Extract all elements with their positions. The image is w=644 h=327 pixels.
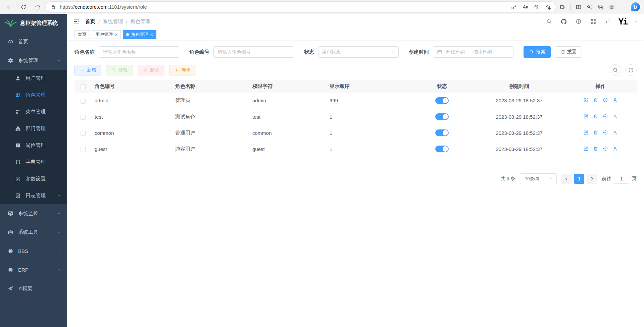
delete-icon[interactable]	[593, 114, 598, 119]
toolbox-icon	[7, 229, 13, 235]
assign-user-icon[interactable]	[612, 146, 618, 151]
search-icon[interactable]	[545, 17, 553, 26]
sidebar-item-user-mgmt[interactable]: 用户管理	[0, 70, 67, 87]
chevron-down-icon	[56, 249, 61, 253]
add-favorite-icon[interactable]	[545, 4, 551, 10]
delete-icon[interactable]	[593, 146, 598, 151]
edit-icon[interactable]	[583, 130, 589, 135]
check-circle-icon[interactable]	[603, 146, 608, 151]
status-select[interactable]: 角色状态	[318, 46, 399, 58]
row-checkbox[interactable]	[81, 99, 86, 104]
font-size-icon[interactable]	[604, 17, 612, 26]
app-logo[interactable]: 意框架管理系统	[0, 14, 67, 32]
delete-icon[interactable]	[593, 130, 598, 135]
total-count: 共 4 条	[500, 176, 515, 182]
check-circle-icon[interactable]	[603, 130, 608, 135]
split-screen-icon[interactable]	[576, 4, 582, 10]
zoom-out-icon[interactable]	[534, 4, 540, 10]
edit-icon[interactable]	[583, 114, 589, 119]
help-icon[interactable]	[574, 17, 583, 26]
prev-page-button[interactable]	[561, 174, 572, 184]
close-tab-icon[interactable]: ×	[150, 32, 153, 37]
user-avatar-logo[interactable]: Yi	[618, 17, 627, 26]
sidebar-item-yi-framework[interactable]: Yi框架	[0, 279, 67, 298]
sidebar-item-post-mgmt[interactable]: 岗位管理	[0, 137, 67, 154]
table-toolbar: 新增 修改 删除 导出	[75, 64, 637, 76]
select-all-checkbox[interactable]	[81, 84, 86, 89]
refresh-table-button[interactable]	[625, 64, 637, 76]
breadcrumb-item[interactable]: 首页	[85, 18, 95, 25]
sidebar-item-log-mgmt[interactable]: 日志管理	[0, 187, 67, 204]
address-bar[interactable]: https://ccnetcore.com:1101/system/role	[46, 2, 556, 12]
github-icon[interactable]	[559, 17, 568, 26]
edit-icon[interactable]	[583, 97, 589, 103]
sidebar-item-dept-mgmt[interactable]: 部门管理	[0, 120, 67, 137]
lock-icon[interactable]	[50, 4, 56, 10]
tab-role-mgmt[interactable]: 角色管理×	[123, 30, 156, 39]
show-search-toggle-button[interactable]	[610, 64, 621, 76]
page-number-button[interactable]: 1	[574, 174, 584, 184]
bing-chat-icon[interactable]: b	[631, 2, 640, 11]
search-icon	[529, 49, 534, 55]
sidebar-item-role-mgmt[interactable]: 角色管理	[0, 87, 67, 103]
chevron-down-icon[interactable]	[633, 19, 638, 24]
url-text[interactable]: https://ccnetcore.com:1101/system/role	[60, 4, 511, 10]
check-circle-icon[interactable]	[603, 114, 608, 119]
reset-button[interactable]: 重置	[555, 46, 582, 58]
next-page-button[interactable]	[587, 174, 597, 184]
sidebar-item-home[interactable]: 首页	[0, 32, 67, 51]
close-tab-icon[interactable]: ×	[115, 32, 117, 37]
end-date-placeholder[interactable]: 结束日期	[473, 49, 492, 55]
edit-icon[interactable]	[583, 146, 589, 151]
sidebar-item-system-mgmt[interactable]: 系统管理	[0, 51, 67, 70]
home-icon[interactable]	[32, 2, 43, 12]
tab-user-mgmt[interactable]: 用户管理×	[92, 30, 121, 39]
more-options-icon[interactable]	[620, 4, 626, 10]
role-code-input[interactable]	[213, 46, 294, 58]
sidebar-item-sys-monitor[interactable]: 系统监控	[0, 204, 67, 223]
edit-button[interactable]: 修改	[106, 65, 133, 75]
column-header: 角色编号	[91, 80, 172, 93]
status-toggle[interactable]	[435, 146, 449, 152]
status-toggle[interactable]	[435, 113, 449, 120]
search-button[interactable]: 搜索	[524, 46, 551, 58]
fullscreen-icon[interactable]	[589, 17, 598, 26]
sidebar-item-erp[interactable]: ERP	[0, 260, 67, 279]
status-toggle[interactable]	[435, 129, 449, 136]
assign-user-icon[interactable]	[612, 130, 618, 135]
profile-avatar[interactable]	[609, 4, 615, 10]
back-icon[interactable]	[4, 2, 15, 12]
sidebar-item-bbs[interactable]: BBS	[0, 241, 67, 260]
extensions-icon[interactable]	[559, 4, 565, 10]
collections-icon[interactable]	[598, 4, 604, 10]
password-icon[interactable]	[511, 4, 517, 10]
row-checkbox[interactable]	[81, 115, 86, 120]
assign-user-icon[interactable]	[612, 114, 618, 119]
date-range-picker[interactable]: 开始日期 - 结束日期	[433, 46, 513, 58]
page-size-select[interactable]: 10条/页	[520, 173, 557, 184]
delete-icon[interactable]	[593, 97, 598, 103]
sidebar-item-dict-mgmt[interactable]: 字典管理	[0, 154, 67, 170]
add-button[interactable]: 新增	[75, 65, 101, 75]
refresh-icon[interactable]	[18, 2, 29, 12]
collapse-sidebar-icon[interactable]	[73, 18, 80, 25]
goto-page-input[interactable]	[614, 174, 629, 184]
sidebar-item-param-config[interactable]: 参数设置	[0, 170, 67, 187]
row-checkbox[interactable]	[81, 131, 86, 136]
export-button[interactable]: 导出	[169, 65, 196, 75]
start-date-placeholder[interactable]: 开始日期	[446, 49, 465, 55]
breadcrumb-item[interactable]: 系统管理	[103, 18, 123, 25]
delete-button[interactable]: 删除	[138, 65, 164, 75]
favorites-icon[interactable]	[587, 4, 593, 10]
row-checkbox[interactable]	[81, 147, 86, 152]
sidebar-item-label: Yi框架	[18, 285, 33, 292]
check-circle-icon[interactable]	[603, 97, 608, 103]
sidebar-item-menu-mgmt[interactable]: 菜单管理	[0, 103, 67, 120]
tab-home[interactable]: 首页	[75, 30, 90, 39]
org-chart-icon	[15, 126, 21, 131]
status-toggle[interactable]	[435, 97, 449, 104]
assign-user-icon[interactable]	[612, 97, 618, 103]
role-name-input[interactable]	[99, 46, 179, 58]
read-aloud-icon[interactable]	[522, 4, 528, 10]
sidebar-item-sys-tools[interactable]: 系统工具	[0, 223, 67, 241]
